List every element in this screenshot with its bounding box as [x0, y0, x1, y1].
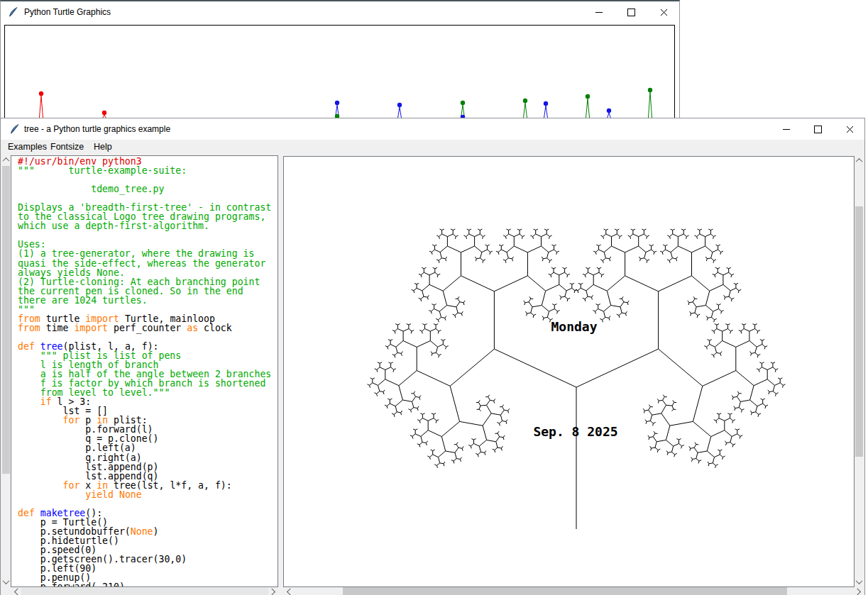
tree-window: tree - a Python turtle graphics example …: [0, 118, 865, 595]
code-horizontal-scrollbar[interactable]: [11, 587, 278, 595]
turtle-sprout: [607, 109, 611, 118]
turtle-sprout: [544, 101, 548, 118]
menu-fontsize[interactable]: Fontsize: [50, 142, 84, 152]
scroll-up-arrow[interactable]: [1, 155, 11, 165]
turtle-sprout: [397, 103, 402, 118]
close-icon: [660, 9, 668, 16]
minimize-icon: [783, 129, 790, 130]
code-line: """ turtle-example-suite:: [18, 166, 271, 175]
fractal-tree-path: [368, 229, 786, 529]
minimize-button[interactable]: [770, 118, 802, 140]
turtle-sprout: [648, 88, 652, 118]
tk-feather-icon: [8, 6, 19, 18]
background-window-title: Python Turtle Graphics: [24, 7, 111, 17]
scroll-left-arrow[interactable]: [285, 587, 294, 595]
scroll-right-arrow[interactable]: [268, 587, 278, 595]
tree-window-titlebar[interactable]: tree - a Python turtle graphics example: [1, 118, 864, 140]
code-text: #!/usr/bin/env python3""" turtle-example…: [18, 157, 271, 587]
minimize-icon: [595, 12, 603, 13]
canvas-vscroll-thumb[interactable]: [855, 206, 863, 457]
background-window: Python Turtle Graphics: [0, 0, 680, 119]
turtle-sprout: [39, 91, 43, 118]
tree-window-title: tree - a Python turtle graphics example: [24, 124, 170, 134]
canvas-text: Sep. 8 2025: [533, 424, 617, 439]
turtle-sprout: [586, 94, 590, 118]
turtle-canvas[interactable]: MondaySep. 8 2025: [283, 156, 855, 587]
menubar: Examples Fontsize Help: [1, 140, 864, 155]
code-line: p.forward(-210): [18, 582, 271, 587]
minimize-button[interactable]: [583, 1, 615, 23]
code-line: tdemo_tree.py: [18, 184, 271, 194]
code-view[interactable]: #!/usr/bin/env python3""" turtle-example…: [11, 155, 278, 587]
menu-examples[interactable]: Examples: [8, 142, 47, 152]
scroll-up-arrow[interactable]: [855, 156, 864, 165]
canvas-vertical-scrollbar[interactable]: [855, 156, 864, 587]
scroll-right-arrow[interactable]: [854, 587, 863, 595]
canvas-horizontal-scrollbar[interactable]: [283, 587, 864, 595]
maximize-icon: [814, 126, 822, 133]
background-window-titlebar[interactable]: Python Turtle Graphics: [1, 1, 679, 23]
demo-content: #!/usr/bin/env python3""" turtle-example…: [1, 155, 864, 595]
code-line: there are 1024 turtles.: [18, 296, 271, 305]
turtle-figures: [5, 26, 674, 120]
code-line: [18, 230, 271, 240]
canvas-hscroll-thumb[interactable]: [343, 587, 787, 595]
code-line: yield None: [18, 490, 271, 499]
close-icon: [846, 126, 854, 133]
maximize-button[interactable]: [802, 118, 834, 140]
turtle-sprout: [523, 99, 527, 118]
close-button[interactable]: [834, 118, 866, 140]
menu-help[interactable]: Help: [94, 142, 112, 152]
code-line: which use a depth-first-algorithm.: [18, 221, 271, 230]
code-vscroll-thumb[interactable]: [2, 166, 10, 474]
maximize-icon: [627, 9, 635, 16]
canvas-text: Monday: [551, 319, 597, 334]
maximize-button[interactable]: [615, 1, 647, 23]
scroll-down-arrow[interactable]: [855, 577, 864, 586]
background-turtle-canvas[interactable]: [4, 25, 675, 121]
close-button[interactable]: [648, 1, 680, 23]
fractal-tree-drawing: MondaySep. 8 2025: [284, 157, 854, 586]
code-hscroll-thumb[interactable]: [21, 588, 268, 595]
tk-feather-icon: [9, 123, 21, 135]
code-vertical-scrollbar[interactable]: [1, 155, 11, 587]
scroll-left-arrow[interactable]: [12, 587, 21, 595]
code-line: from time import perf_counter as clock: [18, 323, 271, 333]
scroll-down-arrow[interactable]: [1, 577, 11, 586]
